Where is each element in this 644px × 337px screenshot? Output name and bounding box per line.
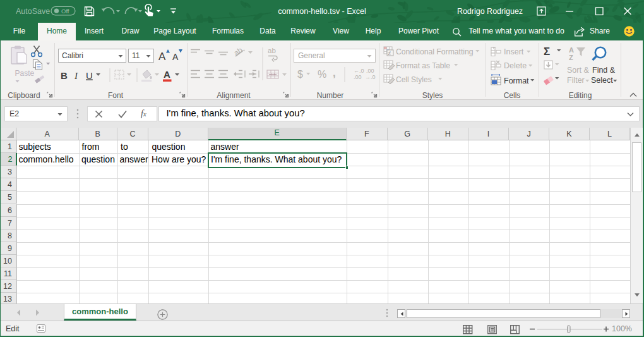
svg-text:Conditional Formatting: Conditional Formatting — [396, 47, 474, 56]
svg-text:U: U — [86, 70, 93, 81]
svg-text:B: B — [61, 70, 68, 81]
svg-text:common-hello.tsv - Excel: common-hello.tsv - Excel — [278, 7, 366, 16]
svg-text:Insert: Insert — [504, 47, 524, 56]
svg-text:Paste: Paste — [15, 69, 35, 78]
svg-text:→.0: →.0 — [365, 74, 376, 80]
svg-text:Z: Z — [569, 54, 573, 61]
svg-text:AutoSave: AutoSave — [16, 7, 50, 16]
svg-text:Off: Off — [61, 8, 69, 15]
svg-text:A: A — [569, 46, 574, 54]
svg-text:ab: ab — [268, 47, 276, 54]
svg-text:Rodrigo Rodriguez: Rodrigo Rodriguez — [457, 7, 523, 16]
svg-text:Find &: Find & — [592, 66, 616, 75]
svg-text:Sort &: Sort & — [567, 66, 589, 75]
svg-text:I: I — [74, 71, 78, 81]
svg-text:Σ: Σ — [544, 46, 550, 58]
svg-text:Delete: Delete — [504, 61, 527, 70]
svg-text:.00: .00 — [366, 68, 374, 74]
svg-text:Format: Format — [504, 77, 529, 85]
svg-text:Filter: Filter — [567, 76, 585, 85]
svg-text:A: A — [172, 52, 179, 62]
svg-text:Cell Styles: Cell Styles — [396, 75, 432, 84]
svg-text:,: , — [333, 67, 336, 79]
svg-text:≠: ≠ — [388, 50, 391, 56]
svg-text:Select: Select — [591, 76, 613, 85]
svg-text:A: A — [164, 69, 170, 80]
svg-text:ab: ab — [232, 47, 244, 58]
svg-text:A: A — [158, 51, 166, 63]
svg-text:$: $ — [297, 69, 303, 80]
svg-text:Format as Table: Format as Table — [396, 61, 450, 70]
svg-text:%: % — [318, 69, 326, 80]
svg-text:.00: .00 — [354, 74, 362, 80]
svg-text:←.0: ←.0 — [354, 68, 364, 74]
